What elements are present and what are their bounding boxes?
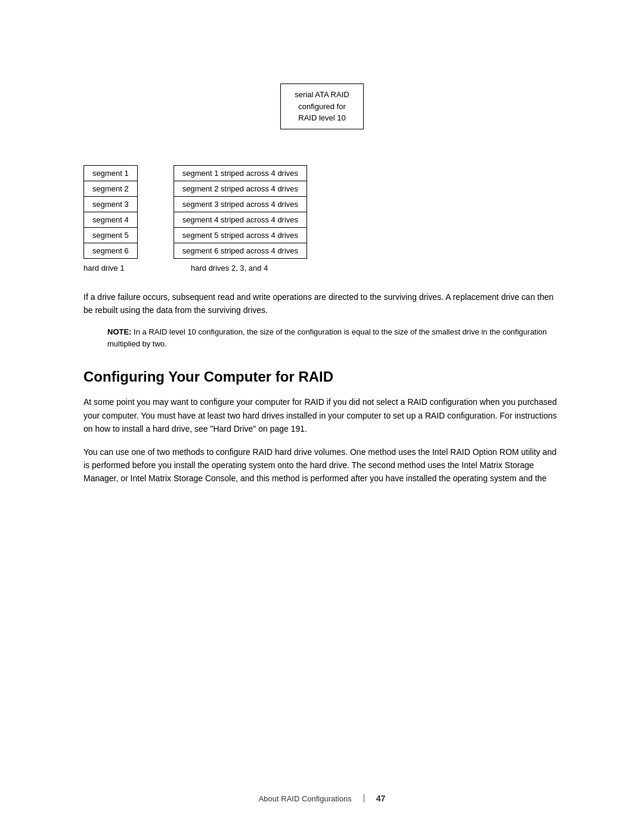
section-heading: Configuring Your Computer for RAID	[83, 367, 561, 386]
footer-page-number: 47	[376, 794, 386, 803]
list-item: segment 6 striped across 4 drives	[174, 243, 306, 258]
list-item: segment 1 striped across 4 drives	[174, 166, 306, 181]
list-item: segment 3	[84, 197, 137, 212]
list-item: segment 5 striped across 4 drives	[174, 228, 306, 243]
list-item: segment 3 striped across 4 drives	[174, 197, 306, 212]
list-item: segment 2	[84, 181, 137, 197]
raid-box: serial ATA RAID configured for RAID leve…	[280, 83, 364, 129]
segments-diagram: segment 1 segment 2 segment 3 segment 4 …	[83, 165, 561, 259]
footer-separator	[364, 794, 364, 803]
right-segments-table: segment 1 striped across 4 drives segmen…	[174, 165, 307, 259]
page-container: serial ATA RAID configured for RAID leve…	[0, 0, 644, 833]
drive-label-left: hard drive 1	[83, 264, 155, 272]
footer-label: About RAID Configurations	[259, 794, 352, 803]
list-item: segment 4	[84, 212, 137, 228]
drive-labels: hard drive 1 hard drives 2, 3, and 4	[83, 264, 561, 272]
list-item: segment 6	[84, 243, 137, 258]
body-paragraph-1: If a drive failure occurs, subsequent re…	[83, 290, 561, 317]
left-segments-table: segment 1 segment 2 segment 3 segment 4 …	[83, 165, 138, 259]
list-item: segment 5	[84, 228, 137, 243]
list-item: segment 1	[84, 166, 137, 181]
top-diagram-area: serial ATA RAID configured for RAID leve…	[83, 83, 561, 129]
raid-box-line2: configured for	[298, 102, 346, 111]
note-block: NOTE: In a RAID level 10 configuration, …	[107, 326, 561, 349]
body-paragraph-2: At some point you may want to configure …	[83, 395, 561, 435]
raid-box-line1: serial ATA RAID	[295, 90, 349, 99]
note-label: NOTE:	[107, 327, 131, 336]
page-footer: About RAID Configurations 47	[0, 794, 644, 803]
list-item: segment 4 striped across 4 drives	[174, 212, 306, 228]
body-paragraph-3: You can use one of two methods to config…	[83, 445, 561, 485]
list-item: segment 2 striped across 4 drives	[174, 181, 306, 197]
drive-label-right: hard drives 2, 3, and 4	[191, 264, 268, 272]
note-text: In a RAID level 10 configuration, the si…	[107, 327, 547, 348]
raid-box-line3: RAID level 10	[298, 113, 345, 122]
